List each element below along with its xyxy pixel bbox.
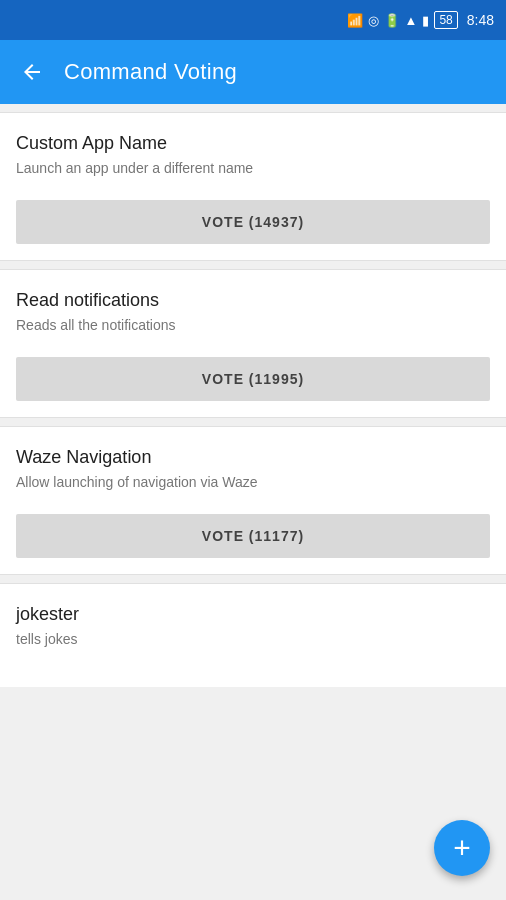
card-title-1: Read notifications — [16, 290, 490, 311]
card-jokester: jokester tells jokes — [0, 583, 506, 687]
vote-button-2[interactable]: VOTE (11177) — [16, 514, 490, 558]
app-title: Command Voting — [64, 59, 237, 85]
card-title-2: Waze Navigation — [16, 447, 490, 468]
app-bar: Command Voting — [0, 40, 506, 104]
card-custom-app-name: Custom App Name Launch an app under a di… — [0, 112, 506, 261]
card-read-notifications: Read notifications Reads all the notific… — [0, 269, 506, 418]
bluetooth-icon: 📶 — [343, 13, 362, 28]
card-title-partial: jokester — [16, 604, 490, 625]
card-title-0: Custom App Name — [16, 133, 490, 154]
content-area: Custom App Name Launch an app under a di… — [0, 104, 506, 695]
fab-button[interactable]: + — [434, 820, 490, 876]
vibrate-icon: 🔋 — [384, 13, 400, 28]
card-subtitle-1: Reads all the notifications — [16, 317, 490, 333]
vote-button-1[interactable]: VOTE (11995) — [16, 357, 490, 401]
card-subtitle-partial: tells jokes — [16, 631, 490, 647]
wifi-icon: ▲ — [405, 13, 418, 28]
card-subtitle-2: Allow launching of navigation via Waze — [16, 474, 490, 490]
battery-level: 58 — [434, 11, 457, 29]
status-icons: 📶 ◎ 🔋 ▲ ▮ 58 8:48 — [343, 11, 494, 29]
fab-icon: + — [453, 833, 471, 863]
signal-icon: ▮ — [422, 13, 429, 28]
card-subtitle-0: Launch an app under a different name — [16, 160, 490, 176]
back-button[interactable] — [16, 56, 48, 88]
status-time: 8:48 — [467, 12, 494, 28]
bluetooth-icon2: ◎ — [368, 13, 379, 28]
status-bar: 📶 ◎ 🔋 ▲ ▮ 58 8:48 — [0, 0, 506, 40]
vote-button-0[interactable]: VOTE (14937) — [16, 200, 490, 244]
card-waze-navigation: Waze Navigation Allow launching of navig… — [0, 426, 506, 575]
